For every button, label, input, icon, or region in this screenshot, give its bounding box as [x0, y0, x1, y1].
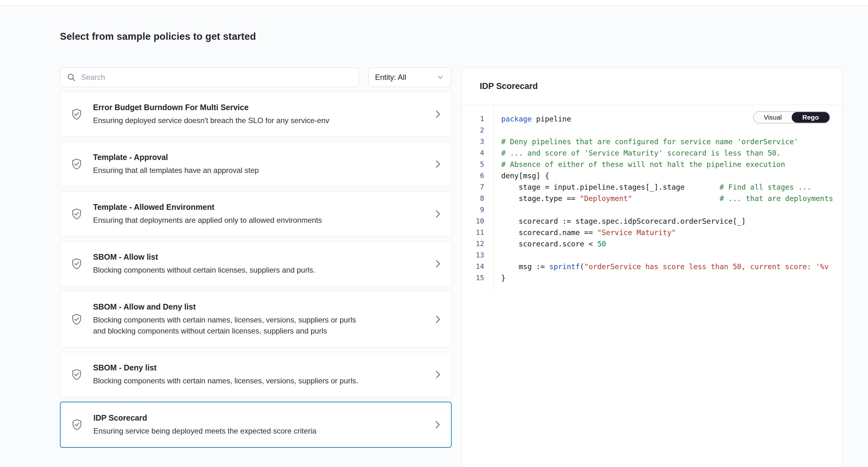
chevron-right-icon — [424, 109, 451, 120]
policy-title: IDP Scorecard — [93, 413, 424, 422]
line-number: 12 — [462, 238, 484, 250]
policy-card[interactable]: SBOM - Allow list Blocking components wi… — [60, 241, 452, 287]
policy-description: Blocking components with certain names, … — [93, 314, 362, 337]
toggle-visual-button[interactable]: Visual — [754, 112, 792, 123]
shield-check-icon — [61, 418, 93, 431]
shield-check-icon — [60, 108, 93, 120]
code-line: } — [501, 272, 842, 284]
chevron-right-icon — [424, 369, 451, 380]
policy-description: Ensuring deployed service doesn't breach… — [93, 115, 362, 126]
line-number: 5 — [462, 159, 484, 170]
code-line — [501, 250, 842, 261]
line-number: 1 — [462, 113, 484, 125]
line-number: 7 — [462, 181, 484, 193]
policy-description: Ensuring service being deployed meets th… — [93, 425, 362, 436]
code-line: # ... and score of 'Service Maturity' sc… — [501, 147, 842, 159]
chevron-right-icon — [424, 159, 451, 170]
policy-detail-panel: IDP Scorecard Visual Rego 12345678910111… — [462, 67, 842, 467]
chevron-right-icon — [424, 314, 451, 325]
search-input[interactable] — [81, 73, 352, 82]
detail-header: IDP Scorecard — [462, 68, 842, 105]
policy-title: Template - Allowed Environment — [93, 202, 424, 212]
top-navigation-strip — [0, 0, 868, 6]
line-number: 10 — [462, 215, 484, 227]
toggle-rego-button[interactable]: Rego — [792, 112, 830, 123]
policy-card[interactable]: Template - Allowed Environment Ensuring … — [60, 191, 452, 237]
shield-check-icon — [60, 368, 93, 381]
policy-card[interactable]: SBOM - Allow and Deny list Blocking comp… — [60, 291, 452, 347]
line-number: 13 — [462, 250, 484, 261]
policy-title: SBOM - Deny list — [93, 363, 424, 372]
search-icon — [67, 72, 76, 82]
chevron-right-icon — [424, 209, 451, 219]
policy-title: SBOM - Allow list — [93, 252, 424, 262]
policy-card[interactable]: Template - Approval Ensuring that all te… — [60, 141, 452, 187]
chevron-right-icon — [424, 258, 451, 269]
line-number: 14 — [462, 261, 484, 272]
line-number: 6 — [462, 170, 484, 181]
policy-card[interactable]: IDP Scorecard Ensuring service being dep… — [60, 402, 452, 448]
shield-check-icon — [60, 158, 93, 170]
policy-description: Ensuring that all templates have an appr… — [93, 165, 362, 176]
line-number: 9 — [462, 204, 484, 215]
view-mode-toggle[interactable]: Visual Rego — [753, 111, 830, 123]
code-line — [501, 125, 842, 136]
policy-description: Blocking components without certain lice… — [93, 264, 362, 275]
chevron-right-icon — [424, 419, 451, 430]
line-number: 2 — [462, 125, 484, 136]
policy-card[interactable]: SBOM - Deny list Blocking components wit… — [60, 352, 452, 397]
entity-filter-dropdown[interactable]: Entity: All — [368, 67, 451, 87]
code-editor[interactable]: Visual Rego 123456789101112131415 packag… — [462, 105, 842, 291]
line-number: 8 — [462, 193, 484, 204]
chevron-down-icon — [436, 73, 444, 81]
line-number: 3 — [462, 136, 484, 147]
code-line: stage.type == "Deployment" # ... that ar… — [501, 193, 842, 204]
code-line: stage = input.pipeline.stages[_].stage #… — [501, 181, 842, 193]
entity-filter-label: Entity: All — [375, 73, 406, 82]
policy-title: Template - Approval — [93, 152, 424, 162]
code-line: deny[msg] { — [501, 170, 842, 181]
code-line: scorecard.name == "Service Maturity" — [501, 227, 842, 238]
line-number: 15 — [462, 272, 484, 284]
detail-title: IDP Scorecard — [480, 81, 538, 91]
code-line: # Absence of either of these will not ha… — [501, 159, 842, 170]
shield-check-icon — [60, 258, 93, 270]
code-line: scorecard.score < 50 — [501, 238, 842, 250]
policy-description: Blocking components with certain names, … — [93, 375, 362, 386]
policy-title: Error Budget Burndown For Multi Service — [93, 103, 424, 112]
line-number: 4 — [462, 147, 484, 159]
policy-title: SBOM - Allow and Deny list — [93, 302, 424, 312]
shield-check-icon — [60, 313, 93, 326]
search-box[interactable] — [60, 67, 359, 87]
policy-card[interactable]: Error Budget Burndown For Multi Service … — [60, 91, 452, 137]
code-line — [501, 204, 842, 215]
line-number-gutter: 123456789101112131415 — [462, 105, 494, 291]
code-line: scorecard := stage.spec.idpScorecard.ord… — [501, 215, 842, 227]
code-content: package pipeline# Deny pipelines that ar… — [494, 105, 842, 291]
shield-check-icon — [60, 208, 93, 220]
code-line: msg := sprintf("orderService has score l… — [501, 261, 842, 272]
line-number: 11 — [462, 227, 484, 238]
page-title: Select from sample policies to get start… — [60, 31, 256, 42]
code-line: # Deny pipelines that are configured for… — [501, 136, 842, 147]
policy-list: Error Budget Burndown For Multi Service … — [60, 91, 452, 467]
policy-description: Ensuring that deployments are applied on… — [93, 214, 362, 226]
